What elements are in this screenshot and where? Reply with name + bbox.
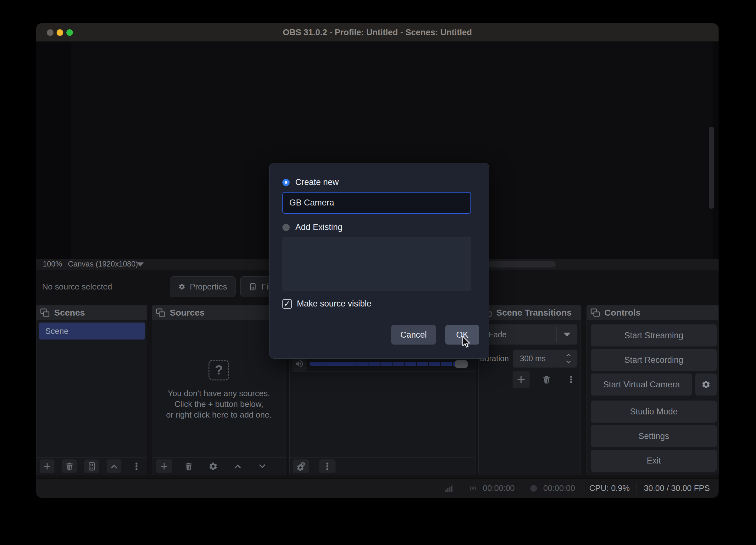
source-name-input[interactable] bbox=[282, 192, 471, 214]
add-scene-button[interactable] bbox=[40, 459, 54, 473]
title-bar: OBS 31.0.2 - Profile: Untitled - Scenes:… bbox=[36, 23, 719, 42]
move-source-down-button[interactable] bbox=[254, 459, 270, 473]
duration-spinbox[interactable]: 300 ms bbox=[513, 350, 577, 368]
sources-panel-title: Sources bbox=[170, 308, 205, 318]
add-existing-radio-row[interactable]: Add Existing bbox=[282, 222, 342, 232]
virtual-camera-settings-button[interactable] bbox=[695, 374, 717, 396]
chevron-down-icon bbox=[258, 462, 267, 471]
double-gear-icon bbox=[296, 461, 306, 471]
properties-label: Properties bbox=[190, 282, 227, 292]
settings-button[interactable]: Settings bbox=[591, 425, 717, 447]
cpu-usage: CPU: 0.9% bbox=[589, 483, 630, 493]
plus-icon bbox=[159, 462, 169, 471]
properties-button[interactable]: Properties bbox=[170, 276, 236, 297]
panel-windows-icon bbox=[40, 308, 50, 318]
scenes-more-button[interactable] bbox=[129, 459, 144, 473]
source-properties-button[interactable] bbox=[205, 459, 221, 473]
volume-slider[interactable] bbox=[309, 360, 468, 367]
spinbox-divider bbox=[561, 352, 561, 365]
add-transition-button[interactable] bbox=[513, 371, 530, 388]
controls-panel-header[interactable]: Controls bbox=[587, 306, 718, 320]
create-new-label: Create new bbox=[295, 177, 339, 187]
screenshot-stage: OBS 31.0.2 - Profile: Untitled - Scenes:… bbox=[0, 0, 756, 545]
volume-slider-handle[interactable] bbox=[455, 360, 468, 368]
spin-up-icon[interactable] bbox=[564, 352, 574, 358]
transition-more-button[interactable] bbox=[564, 373, 579, 387]
transitions-toolbar bbox=[513, 370, 579, 389]
status-divider bbox=[636, 482, 637, 495]
spin-down-icon[interactable] bbox=[564, 359, 574, 365]
sources-toolbar bbox=[152, 457, 286, 475]
transition-value: Fade bbox=[489, 330, 507, 339]
speaker-icon bbox=[295, 359, 304, 369]
kebab-icon bbox=[323, 462, 332, 471]
remove-scene-button[interactable] bbox=[62, 459, 77, 473]
filter-icon bbox=[249, 283, 257, 291]
move-source-up-button[interactable] bbox=[230, 459, 246, 473]
start-streaming-button[interactable]: Start Streaming bbox=[591, 325, 717, 347]
canvas-resolution: Canvas (1920x1080) bbox=[68, 259, 138, 268]
no-sources-icon: ? bbox=[208, 360, 229, 381]
stream-time: 00:00:00 bbox=[483, 483, 514, 493]
remove-source-button[interactable] bbox=[181, 459, 197, 473]
scene-filters-button[interactable] bbox=[84, 459, 99, 473]
horizontal-scrollbar[interactable] bbox=[488, 261, 556, 267]
radio-selected-icon[interactable] bbox=[282, 179, 290, 186]
scene-list-item[interactable]: Scene bbox=[39, 323, 145, 340]
status-bar: 00:00:00 00:00:00 CPU: 0.9% 30.00 / 30.0… bbox=[36, 478, 719, 498]
start-virtual-camera-button[interactable]: Start Virtual Camera bbox=[591, 374, 692, 396]
advanced-audio-button[interactable] bbox=[293, 459, 309, 473]
kebab-icon bbox=[566, 375, 576, 384]
record-icon bbox=[529, 484, 538, 493]
mouse-cursor bbox=[460, 336, 473, 348]
gear-icon bbox=[178, 283, 186, 291]
volume-slider-track bbox=[309, 362, 457, 366]
gear-icon bbox=[701, 380, 711, 389]
cancel-button[interactable]: Cancel bbox=[391, 325, 436, 345]
status-divider bbox=[522, 482, 522, 495]
controls-panel-title: Controls bbox=[604, 308, 641, 318]
scenes-panel-header[interactable]: Scenes bbox=[36, 306, 147, 320]
mixer-more-button[interactable] bbox=[319, 459, 336, 473]
signal-bars-icon bbox=[443, 484, 454, 493]
panel-windows-icon bbox=[156, 308, 165, 318]
create-source-dialog: Create new Add Existing ✓ Make source vi… bbox=[269, 163, 489, 359]
checkbox-checked-icon[interactable]: ✓ bbox=[282, 299, 292, 309]
no-source-label: No source selected bbox=[42, 276, 112, 297]
obs-window: OBS 31.0.2 - Profile: Untitled - Scenes:… bbox=[36, 23, 719, 498]
fps-counter: 30.00 / 30.00 FPS bbox=[644, 483, 710, 493]
no-sources-line: or right click here to add one. bbox=[152, 409, 286, 420]
plus-icon bbox=[516, 374, 526, 385]
scene-transitions-panel: Scene Transitions Fade Duration 300 ms bbox=[478, 305, 581, 475]
move-scene-up-button[interactable] bbox=[107, 459, 121, 473]
create-new-radio-row[interactable]: Create new bbox=[282, 177, 339, 187]
status-divider bbox=[461, 482, 461, 495]
controls-panel: Controls Start Streaming Start Recording… bbox=[586, 305, 719, 475]
record-time: 00:00:00 bbox=[543, 483, 575, 493]
transition-select[interactable]: Fade bbox=[482, 325, 577, 345]
canvas-dropdown-caret[interactable] bbox=[137, 262, 144, 266]
trash-icon bbox=[65, 462, 74, 471]
select-divider bbox=[556, 327, 557, 342]
make-visible-label: Make source visible bbox=[297, 299, 371, 309]
window-title: OBS 31.0.2 - Profile: Untitled - Scenes:… bbox=[36, 23, 719, 42]
existing-sources-list[interactable] bbox=[282, 236, 471, 291]
make-visible-row[interactable]: ✓ Make source visible bbox=[282, 299, 371, 309]
add-existing-label: Add Existing bbox=[295, 222, 342, 232]
vertical-scrollbar[interactable] bbox=[709, 127, 714, 208]
radio-unselected-icon[interactable] bbox=[282, 224, 290, 231]
transitions-panel-title: Scene Transitions bbox=[496, 308, 572, 318]
no-sources-line: You don't have any sources. bbox=[152, 388, 286, 399]
no-sources-line: Click the + button below, bbox=[152, 399, 286, 409]
panel-windows-icon bbox=[591, 308, 600, 318]
stream-time-group: 00:00:00 bbox=[468, 483, 514, 493]
remove-transition-button[interactable] bbox=[539, 373, 554, 387]
start-recording-button[interactable]: Start Recording bbox=[591, 349, 717, 371]
add-source-button[interactable] bbox=[156, 459, 172, 473]
sources-panel-header[interactable]: Sources bbox=[152, 306, 286, 320]
studio-mode-button[interactable]: Studio Mode bbox=[591, 401, 717, 423]
transitions-panel-header[interactable]: Scene Transitions bbox=[479, 306, 581, 320]
chevron-down-icon bbox=[564, 333, 570, 337]
exit-button[interactable]: Exit bbox=[591, 450, 717, 472]
chevron-up-icon bbox=[233, 462, 242, 471]
